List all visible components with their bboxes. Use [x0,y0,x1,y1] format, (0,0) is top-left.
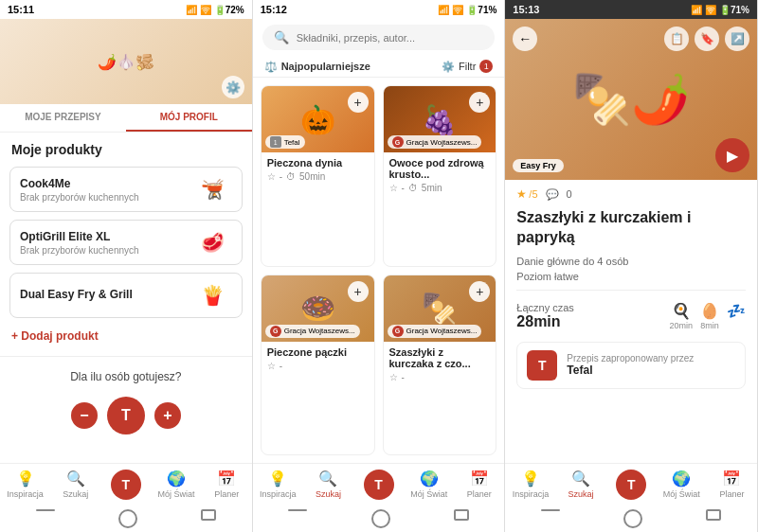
recipe-rating-3: - [402,372,405,382]
recipe-title-3: Szaszłyki z kurczaka z czo... [389,346,491,369]
nav-szukaj-1[interactable]: 🔍 Szukaj [50,468,100,502]
play-video-button[interactable]: ▶ [715,138,749,172]
recipe-thumb-1: 🍇 + G Gracja Wojtaszews... [384,86,496,152]
wifi-icon-2: 🛜 [452,5,463,15]
recipe-rating-0: - [280,171,282,182]
nav-label-inspiracja-3: Inspiracja [513,489,550,499]
product-sub-2: Brak przyborów kuchennych [20,245,194,256]
nav-label-inspiracja-2: Inspiracja [260,489,297,499]
total-time-value: 28min [516,313,574,330]
product-img-1: 🫕 [194,175,232,204]
szukaj-icon-2: 🔍 [318,470,337,488]
sys-back-1 [201,509,216,521]
nav-label-szukaj-3: Szukaj [568,489,594,499]
nav-szukaj-3[interactable]: 🔍 Szukaj [555,468,605,502]
serving-question: Dla ilu osób gotujesz? [0,363,252,391]
nav-avatar-3: T [616,470,646,500]
nav-moj-swiat-3[interactable]: 🌍 Mój Świat [657,468,707,502]
recipe-card-3[interactable]: 🍢 + G Gracja Wojtaszews... Szaszłyki z k… [383,275,497,456]
recipe-rating-2: - [280,361,282,371]
nav-label-mojswiat-2: Mój Świat [410,489,447,499]
recipe-add-btn-0[interactable]: + [348,92,369,113]
search-input[interactable] [297,32,484,44]
filter-button[interactable]: ⚙️ Filtr 1 [442,60,493,73]
nav-planer-3[interactable]: 📅 Planer [707,468,757,502]
nav-avatar-2: T [364,470,394,500]
recipe-time-1: 5min [422,183,442,193]
recipe-add-btn-3[interactable]: + [469,281,490,302]
nav-t-1[interactable]: T [100,468,151,502]
nav-moj-swiat-1[interactable]: 🌍 Mój Świat [151,468,201,502]
tefal-num-0: 1 [270,136,281,148]
serving-plus-button[interactable]: + [154,402,181,429]
back-button[interactable]: ← [513,27,537,51]
total-time-label: Łączny czas [516,302,574,313]
recipe-title-0: Pieczona dynia [267,157,369,168]
settings-button[interactable]: ⚙️ [222,76,244,98]
search-bar[interactable]: 🔍 [262,25,496,50]
nav-inspiracja-1[interactable]: 💡 Inspiracja [0,468,50,502]
rest-icon: 💤 [727,302,746,320]
mojswiat-icon-3: 🌍 [672,470,691,488]
recipe-title-2: Pieczone pączki [267,346,369,358]
panel-my-profile: 15:11 📶 🛜 🔋72% 🌶️🧄🫚 ⚙️ MOJE PRZEPISY MÓJ… [0,0,253,532]
comment-count: 0 [567,188,572,200]
popular-sort[interactable]: ⚖️ Najpopularniejsze [264,61,370,73]
battery-icon-3: 🔋71% [719,5,749,15]
recipe-thumb-3: 🍢 + G Gracja Wojtaszews... [384,275,496,342]
panel-recipe-detail: 15:13 📶 🛜 🔋71% 🍢🌶️ ← 📋 🔖 ↗️ Easy Fry ▶ ★… [505,0,758,532]
status-icons-3: 📶 🛜 🔋71% [691,5,749,15]
recipe-card-0[interactable]: 🎃 + 1 Tefal Pieczona dynia ☆ - ⏱ 50min [261,85,375,267]
author-name-1: Gracja Wojtaszews... [406,138,478,147]
filter-badge: 1 [479,60,493,73]
author-avatar-1: G [392,136,404,148]
hero-image: 🌶️🧄🫚 ⚙️ [0,19,252,104]
inspiracja-icon-2: 💡 [268,470,287,488]
status-icons-1: 📶 🛜 🔋72% [186,5,244,15]
product-optigrill[interactable]: OptiGrill Elite XL Brak przyborów kuchen… [9,220,243,265]
bookmark-button[interactable]: 🔖 [695,27,719,51]
author-badge-2: G Gracja Wojtaszews... [265,325,360,338]
signal-icon-2: 📶 [438,5,449,15]
nav-szukaj-2[interactable]: 🔍 Szukaj [303,468,353,502]
nav-label-inspiracja-1: Inspiracja [7,489,44,499]
product-cook4me[interactable]: Cook4Me Brak przyborów kuchennych 🫕 [9,167,243,212]
nav-moj-swiat-2[interactable]: 🌍 Mój Świat [404,468,454,502]
planer-icon-1: 📅 [217,470,236,488]
nav-planer-1[interactable]: 📅 Planer [202,468,252,502]
add-product-button[interactable]: + Dodaj produkt [0,322,252,350]
inspiracja-icon-1: 💡 [16,470,35,488]
save-recipe-button[interactable]: 📋 [664,27,689,51]
tab-my-profile[interactable]: MÓJ PROFIL [126,104,252,132]
recipe-card-2[interactable]: 🍩 + G Gracja Wojtaszews... Pieczone pącz… [261,275,375,456]
battery-icon-2: 🔋71% [466,5,496,15]
recipe-add-btn-1[interactable]: + [469,92,490,113]
nav-label-mojswiat-1: Mój Świat [157,489,194,499]
tab-my-recipes[interactable]: MOJE PRZEPISY [0,104,126,132]
nav-inspiracja-2[interactable]: 💡 Inspiracja [253,468,303,502]
action-buttons: 📋 🔖 ↗️ [664,27,749,51]
sys-home-1 [118,509,137,528]
share-button[interactable]: ↗️ [725,27,749,51]
egg-icon: 🥚 [700,302,719,320]
nav-t-3[interactable]: T [606,468,657,502]
author-avatar-3: G [392,326,404,337]
author-name-3: Gracja Wojtaszews... [406,327,478,335]
nav-inspiracja-3[interactable]: 💡 Inspiracja [505,468,555,502]
stars-rating[interactable]: ★ /5 [516,187,537,201]
recipe-card-1[interactable]: 🍇 + G Gracja Wojtaszews... Owoce pod zdr… [383,85,497,267]
serving-controls: − T + [0,391,252,440]
panel-search: 15:12 📶 🛜 🔋71% 🔍 ⚖️ Najpopularniejsze ⚙️… [253,0,506,532]
serving-minus-button[interactable]: − [71,402,98,429]
nav-planer-2[interactable]: 📅 Planer [454,468,504,502]
product-dual-easy-fry[interactable]: Dual Easy Fry & Grill 🍟 [9,273,243,318]
recipe-add-btn-2[interactable]: + [348,281,369,302]
tefal-proposed-label: Przepis zaproponowany przez [567,353,735,364]
popular-label: Najpopularniejsze [281,61,370,72]
mojswiat-icon-2: 🌍 [420,470,439,488]
nav-t-2[interactable]: T [353,468,404,502]
status-bar-1: 15:11 📶 🛜 🔋72% [0,0,252,19]
product-name-2: OptiGrill Elite XL [20,230,194,243]
cook-time: 20min [670,321,694,330]
recipe-rating-1: - [402,183,405,193]
